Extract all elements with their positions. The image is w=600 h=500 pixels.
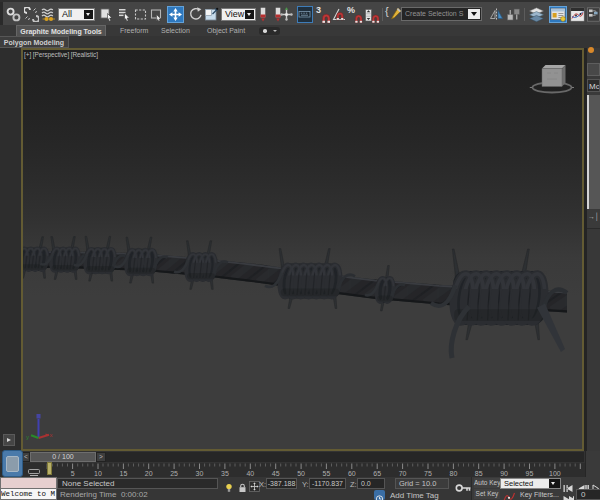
svg-text:75: 75: [424, 470, 432, 477]
svg-text:60: 60: [348, 470, 356, 477]
svg-text:70: 70: [399, 470, 407, 477]
svg-text:15: 15: [120, 470, 128, 477]
svg-text:10: 10: [94, 470, 102, 477]
svg-text:80: 80: [450, 470, 458, 477]
svg-text:55: 55: [323, 470, 331, 477]
svg-text:90: 90: [500, 470, 508, 477]
svg-text:40: 40: [246, 470, 254, 477]
svg-text:x: x: [50, 432, 53, 438]
svg-text:85: 85: [475, 470, 483, 477]
svg-text:5: 5: [71, 470, 75, 477]
svg-text:45: 45: [272, 470, 280, 477]
svg-text:30: 30: [196, 470, 204, 477]
svg-text:50: 50: [297, 470, 305, 477]
svg-text:20: 20: [145, 470, 153, 477]
svg-text:y: y: [26, 434, 29, 440]
svg-text:95: 95: [526, 470, 534, 477]
svg-text:65: 65: [373, 470, 381, 477]
svg-text:100: 100: [549, 470, 561, 477]
svg-text:35: 35: [221, 470, 229, 477]
svg-text:25: 25: [170, 470, 178, 477]
